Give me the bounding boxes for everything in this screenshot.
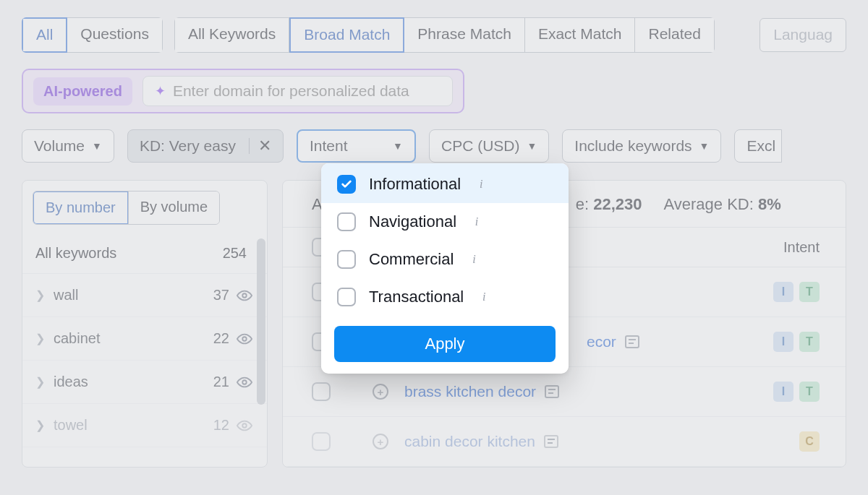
eye-icon[interactable] bbox=[237, 418, 252, 434]
sidebar-tab-by-volume[interactable]: By volume bbox=[128, 191, 219, 224]
chevron-right-icon: ❯ bbox=[35, 288, 45, 302]
tab-questions[interactable]: Questions bbox=[67, 17, 163, 53]
chevron-down-icon: ▼ bbox=[699, 140, 710, 152]
table-row[interactable]: + brass kitchen decor I T bbox=[283, 367, 846, 417]
svg-point-0 bbox=[242, 293, 247, 298]
sidebar-header-count: 254 bbox=[223, 245, 247, 262]
keyword-text[interactable]: cabin decor kitchen bbox=[404, 433, 535, 450]
svg-point-3 bbox=[242, 423, 247, 428]
intent-badge-informational: I bbox=[773, 332, 793, 352]
filter-volume[interactable]: Volume ▼ bbox=[22, 129, 114, 163]
intent-option-transactional[interactable]: Transactional i bbox=[321, 278, 569, 316]
filter-volume-label: Volume bbox=[34, 137, 85, 155]
tab-broad-match[interactable]: Broad Match bbox=[289, 17, 404, 53]
checkbox-icon[interactable] bbox=[337, 288, 356, 306]
intent-option-commercial[interactable]: Commercial i bbox=[321, 241, 569, 278]
filter-include-keywords[interactable]: Include keywords ▼ bbox=[562, 129, 721, 163]
sidebar-header-label: All keywords bbox=[35, 245, 116, 262]
intent-badge-informational: I bbox=[773, 282, 793, 302]
chevron-down-icon: ▼ bbox=[92, 140, 102, 152]
intent-option-navigational[interactable]: Navigational i bbox=[321, 203, 569, 241]
intent-option-label: Transactional bbox=[369, 288, 464, 306]
serp-icon[interactable] bbox=[625, 335, 639, 348]
sidebar-item-ideas[interactable]: ❯ideas 21 bbox=[22, 361, 267, 404]
sidebar-item-towel[interactable]: ❯towel 12 bbox=[22, 404, 267, 447]
filter-exclude-label: Excl bbox=[746, 137, 775, 155]
filter-exclude-keywords[interactable]: Excl bbox=[734, 129, 782, 163]
keyword-text: ecor bbox=[587, 333, 616, 350]
serp-icon[interactable] bbox=[544, 435, 558, 448]
info-icon[interactable]: i bbox=[467, 252, 481, 267]
sidebar-item-label: ideas bbox=[54, 374, 88, 390]
tab-exact-match[interactable]: Exact Match bbox=[525, 17, 636, 53]
intent-option-label: Informational bbox=[369, 175, 461, 194]
keyword-text[interactable]: brass kitchen decor bbox=[404, 383, 536, 400]
filter-cpc[interactable]: CPC (USD) ▼ bbox=[429, 129, 549, 163]
intent-option-label: Commercial bbox=[369, 250, 454, 269]
info-icon[interactable]: i bbox=[474, 177, 488, 191]
apply-button[interactable]: Apply bbox=[334, 326, 556, 362]
ai-domain-input-wrap[interactable]: ✦ bbox=[142, 76, 453, 106]
filter-intent-label: Intent bbox=[310, 137, 348, 155]
filter-kd[interactable]: KD: Very easy ✕ bbox=[127, 129, 284, 163]
sidebar-item-count: 21 bbox=[213, 374, 229, 390]
sidebar-item-wall[interactable]: ❯wall 37 bbox=[22, 274, 267, 317]
sidebar-item-count: 37 bbox=[213, 287, 229, 304]
close-icon[interactable]: ✕ bbox=[249, 138, 271, 154]
sparkle-icon: ✦ bbox=[155, 83, 166, 99]
svg-point-1 bbox=[242, 337, 247, 341]
chevron-right-icon: ❯ bbox=[35, 375, 45, 389]
keyword-groups-sidebar: By number By volume All keywords 254 ❯wa… bbox=[22, 180, 268, 468]
sidebar-item-count: 22 bbox=[213, 330, 229, 347]
eye-icon[interactable] bbox=[237, 331, 252, 347]
summary-volume-label: e: bbox=[576, 195, 589, 213]
intent-badge-transactional: T bbox=[799, 282, 820, 302]
checkbox-icon[interactable] bbox=[337, 250, 356, 269]
sidebar-scroll-thumb[interactable] bbox=[257, 238, 265, 405]
intent-option-label: Navigational bbox=[369, 212, 456, 231]
svg-point-2 bbox=[242, 380, 247, 384]
info-icon[interactable]: i bbox=[477, 290, 491, 304]
row-checkbox[interactable] bbox=[312, 382, 331, 401]
eye-icon[interactable] bbox=[237, 374, 252, 390]
info-icon[interactable]: i bbox=[469, 215, 484, 229]
tab-related[interactable]: Related bbox=[635, 17, 714, 53]
sidebar-item-label: cabinet bbox=[54, 330, 101, 347]
summary-kd-value: 8% bbox=[758, 195, 781, 213]
ai-powered-chip: AI-powered bbox=[33, 77, 132, 106]
table-row[interactable]: + cabin decor kitchen C bbox=[283, 417, 846, 467]
sidebar-item-label: wall bbox=[54, 287, 78, 304]
sidebar-scrollbar[interactable] bbox=[257, 238, 265, 452]
add-keyword-icon[interactable]: + bbox=[373, 384, 388, 400]
serp-icon[interactable] bbox=[545, 385, 559, 398]
chevron-right-icon: ❯ bbox=[35, 418, 45, 432]
filter-intent[interactable]: Intent ▼ bbox=[297, 129, 416, 163]
intent-option-informational[interactable]: Informational i bbox=[321, 163, 569, 203]
row-checkbox[interactable] bbox=[312, 432, 331, 451]
tab-languages[interactable]: Languag bbox=[760, 18, 846, 52]
sidebar-tab-by-number[interactable]: By number bbox=[33, 191, 129, 225]
chevron-down-icon: ▼ bbox=[393, 140, 403, 152]
intent-badge-informational: I bbox=[773, 382, 793, 402]
tab-phrase-match[interactable]: Phrase Match bbox=[404, 17, 525, 53]
ai-domain-input[interactable] bbox=[173, 82, 441, 100]
tab-group-match: All Keywords Broad Match Phrase Match Ex… bbox=[174, 17, 715, 53]
tab-group-questions: All Questions bbox=[22, 17, 163, 53]
tab-all[interactable]: All bbox=[22, 17, 67, 53]
chevron-down-icon: ▼ bbox=[527, 140, 537, 152]
sidebar-item-count: 12 bbox=[213, 417, 229, 434]
add-keyword-icon[interactable]: + bbox=[373, 434, 388, 449]
chevron-right-icon: ❯ bbox=[35, 332, 45, 345]
checkbox-icon[interactable] bbox=[337, 212, 356, 231]
eye-icon[interactable] bbox=[237, 288, 252, 304]
summary-kd-label: Average KD: bbox=[663, 195, 753, 213]
column-intent[interactable]: Intent bbox=[783, 239, 820, 256]
filter-cpc-label: CPC (USD) bbox=[441, 137, 520, 155]
sidebar-item-cabinet[interactable]: ❯cabinet 22 bbox=[22, 317, 267, 361]
intent-dropdown: Informational i Navigational i Commercia… bbox=[321, 163, 569, 374]
tab-all-keywords[interactable]: All Keywords bbox=[174, 17, 289, 53]
intent-badge-commercial: C bbox=[799, 431, 820, 452]
intent-badge-transactional: T bbox=[799, 332, 820, 352]
filter-kd-label: KD: Very easy bbox=[140, 137, 236, 155]
checkbox-checked-icon[interactable] bbox=[337, 175, 356, 194]
